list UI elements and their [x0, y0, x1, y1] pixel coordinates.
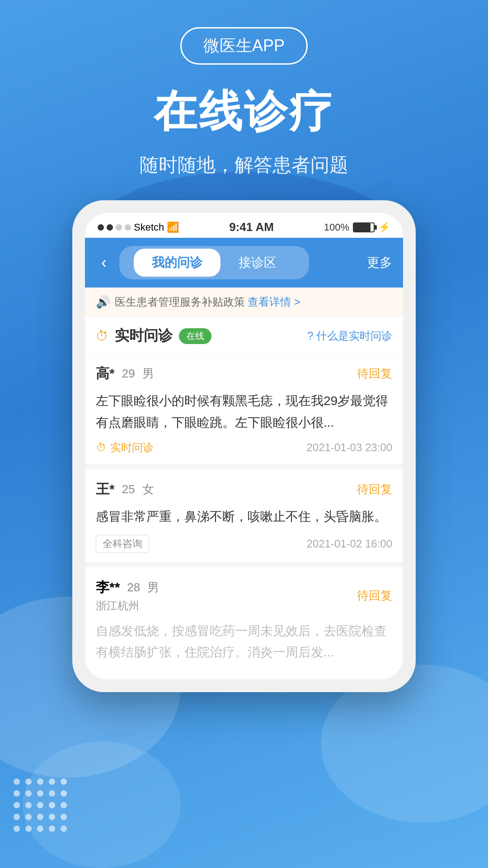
- card-2-patient-age: 25: [122, 482, 135, 496]
- card-3-header: 李** 28 男 浙江杭州 待回复: [96, 578, 392, 613]
- sub-title: 随时随地，解答患者问题: [0, 152, 488, 178]
- card-1-tag: ⏱ 实时问诊: [96, 440, 154, 455]
- card-3-patient-info: 李** 28 男 浙江杭州: [96, 578, 159, 613]
- section-title-text: 实时问诊: [115, 326, 173, 346]
- status-battery: 100% ⚡: [324, 222, 390, 233]
- lightning-icon: ⚡: [378, 222, 390, 233]
- card-2-tag: 全科咨询: [96, 535, 149, 553]
- dots-decoration: [14, 778, 67, 832]
- card-2-timestamp: 2021-01-02 16:00: [307, 538, 393, 550]
- back-button[interactable]: ‹: [96, 251, 112, 274]
- notice-link[interactable]: 查看详情 >: [248, 295, 300, 309]
- status-carrier: Sketch 📶: [98, 222, 179, 233]
- clock-small-icon: ⏱: [96, 441, 107, 454]
- wifi-icon: 📶: [167, 222, 179, 233]
- card-1-patient-gender: 男: [142, 366, 154, 382]
- card-2-patient-info: 王* 25 女: [96, 480, 154, 499]
- section-title-group: ⏱ 实时问诊 在线: [96, 326, 211, 346]
- notice-bar: 🔊 医生患者管理服务补贴政策 查看详情 >: [85, 288, 403, 317]
- card-2-footer: 全科咨询 2021-01-02 16:00: [96, 535, 392, 553]
- notice-text: 医生患者管理服务补贴政策: [115, 295, 245, 309]
- card-2-header: 王* 25 女 待回复: [96, 480, 392, 499]
- card-3-patient-location: 浙江杭州: [96, 599, 159, 613]
- nav-bar: ‹ 我的问诊 接诊区 更多: [85, 238, 403, 288]
- section-header: ⏱ 实时问诊 在线 ? 什么是实时问诊: [85, 317, 403, 354]
- card-1-patient-age: 29: [122, 367, 135, 381]
- app-badge: 微医生APP: [180, 27, 308, 65]
- card-3-status: 待回复: [357, 588, 392, 604]
- signal-dot-4: [125, 224, 131, 231]
- main-title: 在线诊疗: [0, 83, 488, 142]
- tab-my-consult[interactable]: 我的问诊: [134, 249, 221, 277]
- card-3-patient-name: 李**: [96, 578, 120, 597]
- card-2-status: 待回复: [357, 481, 392, 497]
- card-1-content: 左下眼睑很小的时候有颗黑毛痣，现在我29岁最觉得有点磨眼睛，下眼睑跳。左下眼睑很…: [96, 390, 392, 433]
- tab-group: 我的问诊 接诊区: [119, 246, 309, 279]
- battery-icon: [353, 222, 375, 232]
- battery-percent: 100%: [324, 222, 349, 233]
- card-1-header: 高* 29 男 待回复: [96, 364, 392, 383]
- card-3-content: 自感发低烧，按感冒吃药一周未见效后，去医院检查有横结肠扩张，住院治疗。消炎一周后…: [96, 620, 392, 663]
- card-1-patient-info: 高* 29 男: [96, 364, 154, 383]
- card-1-tag-label: 实时问诊: [110, 440, 154, 455]
- card-1-status: 待回复: [357, 366, 392, 382]
- online-badge: 在线: [179, 328, 211, 344]
- clock-icon: ⏱: [96, 329, 108, 344]
- card-2-patient-gender: 女: [142, 481, 154, 497]
- what-is-realtime-link[interactable]: ? 什么是实时问诊: [307, 329, 392, 343]
- notice-icon: 🔊: [96, 295, 110, 309]
- carrier-label: Sketch: [134, 222, 164, 233]
- consult-card-3[interactable]: 李** 28 男 浙江杭州 待回复 自感发低烧，按感冒吃药一周未见效后，去医院检…: [85, 567, 403, 679]
- signal-dot-1: [98, 224, 104, 231]
- consult-card-2[interactable]: 王* 25 女 待回复 感冒非常严重，鼻涕不断，咳嗽止不住，头昏脑胀。 全科咨询…: [85, 469, 403, 567]
- card-2-patient-name: 王*: [96, 480, 115, 499]
- phone-mockup: Sketch 📶 9:41 AM 100% ⚡ ‹ 我的问诊 接诊区: [72, 200, 416, 692]
- card-1-footer: ⏱ 实时问诊 2021-01-03 23:00: [96, 440, 392, 455]
- status-bar: Sketch 📶 9:41 AM 100% ⚡: [85, 213, 403, 238]
- tab-reception[interactable]: 接诊区: [221, 249, 295, 277]
- card-1-patient-name: 高*: [96, 364, 115, 383]
- signal-dot-3: [116, 224, 122, 231]
- more-button[interactable]: 更多: [367, 254, 392, 271]
- card-3-patient-gender: 男: [147, 580, 159, 595]
- card-2-content: 感冒非常严重，鼻涕不断，咳嗽止不住，头昏脑胀。: [96, 506, 392, 528]
- status-time: 9:41 AM: [229, 220, 274, 234]
- consult-card-1[interactable]: 高* 29 男 待回复 左下眼睑很小的时候有颗黑毛痣，现在我29岁最觉得有点磨眼…: [85, 354, 403, 469]
- card-3-patient-age: 28: [127, 580, 140, 594]
- signal-dot-2: [107, 224, 113, 231]
- card-1-timestamp: 2021-01-03 23:00: [307, 441, 393, 454]
